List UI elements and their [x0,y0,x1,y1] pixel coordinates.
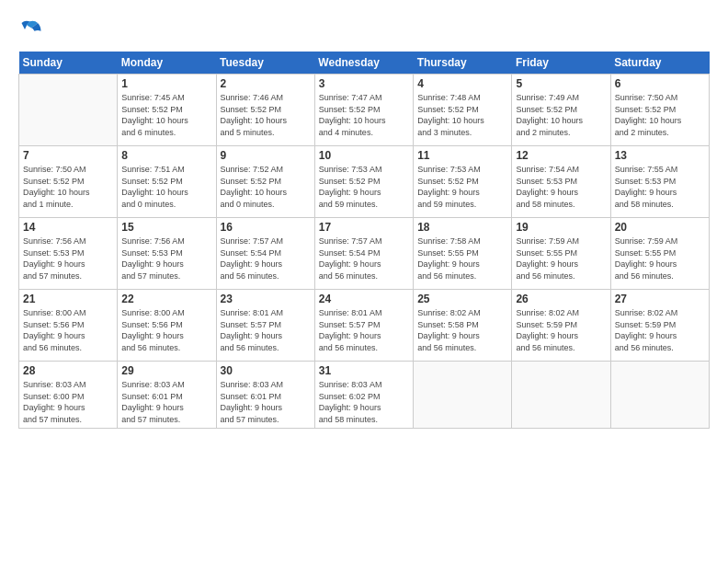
day-number: 9 [221,149,311,162]
day-info: Sunrise: 7:53 AM Sunset: 5:52 PM Dayligh… [417,164,507,210]
day-info: Sunrise: 8:00 AM Sunset: 5:56 PM Dayligh… [23,307,113,353]
day-number: 15 [121,221,211,234]
weekday-header-tuesday: Tuesday [216,52,314,75]
logo-icon [18,17,44,42]
day-info: Sunrise: 7:49 AM Sunset: 5:52 PM Dayligh… [516,92,606,138]
day-info: Sunrise: 7:53 AM Sunset: 5:52 PM Dayligh… [319,164,409,210]
day-info: Sunrise: 8:03 AM Sunset: 6:02 PM Dayligh… [319,379,409,425]
day-info: Sunrise: 7:57 AM Sunset: 5:54 PM Dayligh… [319,236,409,282]
day-number: 31 [319,364,409,377]
day-info: Sunrise: 7:57 AM Sunset: 5:54 PM Dayligh… [221,236,311,282]
day-number: 20 [615,221,705,234]
day-info: Sunrise: 7:48 AM Sunset: 5:52 PM Dayligh… [417,92,507,138]
calendar-cell: 6Sunrise: 7:50 AM Sunset: 5:52 PM Daylig… [610,75,709,146]
day-number: 5 [516,77,606,90]
day-number: 2 [221,77,311,90]
calendar-cell: 29Sunrise: 8:03 AM Sunset: 6:01 PM Dayli… [118,362,216,429]
day-number: 30 [221,364,311,377]
calendar-week-3: 14Sunrise: 7:56 AM Sunset: 5:53 PM Dayli… [19,218,710,290]
calendar-cell: 11Sunrise: 7:53 AM Sunset: 5:52 PM Dayli… [414,146,512,218]
calendar-cell: 14Sunrise: 7:56 AM Sunset: 5:53 PM Dayli… [19,218,118,290]
calendar-cell: 3Sunrise: 7:47 AM Sunset: 5:52 PM Daylig… [314,75,413,146]
day-number: 19 [516,221,606,234]
day-number: 13 [615,149,705,162]
calendar-week-1: 1Sunrise: 7:45 AM Sunset: 5:52 PM Daylig… [19,75,710,146]
calendar-cell: 12Sunrise: 7:54 AM Sunset: 5:53 PM Dayli… [512,146,610,218]
day-number: 17 [319,221,409,234]
calendar-cell: 9Sunrise: 7:52 AM Sunset: 5:52 PM Daylig… [216,146,314,218]
day-number: 14 [23,221,113,234]
day-info: Sunrise: 7:56 AM Sunset: 5:53 PM Dayligh… [121,236,211,282]
weekday-header-saturday: Saturday [610,52,709,75]
day-info: Sunrise: 7:54 AM Sunset: 5:53 PM Dayligh… [516,164,606,210]
calendar-cell: 20Sunrise: 7:59 AM Sunset: 5:55 PM Dayli… [610,218,709,290]
day-number: 28 [23,364,113,377]
day-info: Sunrise: 7:50 AM Sunset: 5:52 PM Dayligh… [615,92,705,138]
page-container: SundayMondayTuesdayWednesdayThursdayFrid… [0,0,728,438]
day-info: Sunrise: 7:58 AM Sunset: 5:55 PM Dayligh… [417,236,507,282]
calendar-week-4: 21Sunrise: 8:00 AM Sunset: 5:56 PM Dayli… [19,290,710,362]
day-info: Sunrise: 8:01 AM Sunset: 5:57 PM Dayligh… [221,307,311,353]
day-number: 29 [121,364,211,377]
calendar-cell: 17Sunrise: 7:57 AM Sunset: 5:54 PM Dayli… [314,218,413,290]
day-info: Sunrise: 7:52 AM Sunset: 5:52 PM Dayligh… [221,164,311,210]
day-info: Sunrise: 7:59 AM Sunset: 5:55 PM Dayligh… [615,236,705,282]
day-number: 11 [417,149,507,162]
calendar-cell: 30Sunrise: 8:03 AM Sunset: 6:01 PM Dayli… [216,362,314,429]
weekday-header-friday: Friday [512,52,610,75]
calendar-cell: 27Sunrise: 8:02 AM Sunset: 5:59 PM Dayli… [610,290,709,362]
calendar-cell: 31Sunrise: 8:03 AM Sunset: 6:02 PM Dayli… [314,362,413,429]
header [18,17,710,42]
calendar-cell: 1Sunrise: 7:45 AM Sunset: 5:52 PM Daylig… [118,75,216,146]
calendar-cell: 19Sunrise: 7:59 AM Sunset: 5:55 PM Dayli… [512,218,610,290]
calendar-cell: 16Sunrise: 7:57 AM Sunset: 5:54 PM Dayli… [216,218,314,290]
calendar-cell: 10Sunrise: 7:53 AM Sunset: 5:52 PM Dayli… [314,146,413,218]
day-number: 26 [516,293,606,305]
day-info: Sunrise: 7:45 AM Sunset: 5:52 PM Dayligh… [121,92,211,138]
day-number: 10 [319,149,409,162]
calendar-week-5: 28Sunrise: 8:03 AM Sunset: 6:00 PM Dayli… [19,362,710,429]
day-info: Sunrise: 7:55 AM Sunset: 5:53 PM Dayligh… [615,164,705,210]
calendar-cell: 23Sunrise: 8:01 AM Sunset: 5:57 PM Dayli… [216,290,314,362]
calendar-cell: 21Sunrise: 8:00 AM Sunset: 5:56 PM Dayli… [19,290,118,362]
calendar-cell: 2Sunrise: 7:46 AM Sunset: 5:52 PM Daylig… [216,75,314,146]
weekday-header-monday: Monday [118,52,216,75]
day-info: Sunrise: 7:47 AM Sunset: 5:52 PM Dayligh… [319,92,409,138]
calendar-cell: 13Sunrise: 7:55 AM Sunset: 5:53 PM Dayli… [610,146,709,218]
calendar-cell: 24Sunrise: 8:01 AM Sunset: 5:57 PM Dayli… [314,290,413,362]
day-info: Sunrise: 8:03 AM Sunset: 6:01 PM Dayligh… [121,379,211,425]
day-number: 6 [615,77,705,90]
day-info: Sunrise: 7:50 AM Sunset: 5:52 PM Dayligh… [23,164,113,210]
day-info: Sunrise: 8:02 AM Sunset: 5:58 PM Dayligh… [417,307,507,353]
day-number: 23 [221,293,311,305]
calendar-week-2: 7Sunrise: 7:50 AM Sunset: 5:52 PM Daylig… [19,146,710,218]
day-number: 18 [417,221,507,234]
calendar-cell [610,362,709,429]
day-number: 21 [23,293,113,305]
calendar-cell [512,362,610,429]
calendar-cell: 15Sunrise: 7:56 AM Sunset: 5:53 PM Dayli… [118,218,216,290]
day-number: 24 [319,293,409,305]
day-info: Sunrise: 7:51 AM Sunset: 5:52 PM Dayligh… [121,164,211,210]
day-info: Sunrise: 8:01 AM Sunset: 5:57 PM Dayligh… [319,307,409,353]
calendar-table: SundayMondayTuesdayWednesdayThursdayFrid… [18,52,710,429]
day-number: 27 [615,293,705,305]
day-info: Sunrise: 8:03 AM Sunset: 6:00 PM Dayligh… [23,379,113,425]
calendar-cell: 4Sunrise: 7:48 AM Sunset: 5:52 PM Daylig… [414,75,512,146]
day-info: Sunrise: 7:59 AM Sunset: 5:55 PM Dayligh… [516,236,606,282]
day-info: Sunrise: 8:02 AM Sunset: 5:59 PM Dayligh… [516,307,606,353]
day-number: 25 [417,293,507,305]
calendar-cell: 28Sunrise: 8:03 AM Sunset: 6:00 PM Dayli… [19,362,118,429]
weekday-header-sunday: Sunday [19,52,118,75]
weekday-header-wednesday: Wednesday [314,52,413,75]
day-info: Sunrise: 8:00 AM Sunset: 5:56 PM Dayligh… [121,307,211,353]
calendar-cell: 8Sunrise: 7:51 AM Sunset: 5:52 PM Daylig… [118,146,216,218]
day-number: 1 [121,77,211,90]
calendar-cell: 7Sunrise: 7:50 AM Sunset: 5:52 PM Daylig… [19,146,118,218]
calendar-cell [414,362,512,429]
calendar-cell: 22Sunrise: 8:00 AM Sunset: 5:56 PM Dayli… [118,290,216,362]
day-number: 7 [23,149,113,162]
day-number: 12 [516,149,606,162]
calendar-cell: 5Sunrise: 7:49 AM Sunset: 5:52 PM Daylig… [512,75,610,146]
weekday-header-thursday: Thursday [414,52,512,75]
